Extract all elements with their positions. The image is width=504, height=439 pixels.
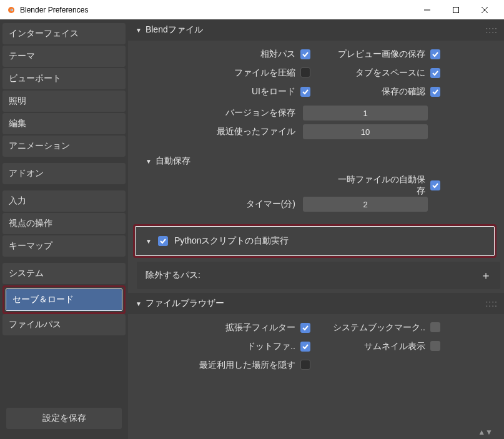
save-prompt-checkbox[interactable]: [430, 87, 440, 97]
nav-theme[interactable]: テーマ: [2, 46, 126, 67]
ext-filter-label: 拡張子フィルター: [138, 322, 300, 333]
compress-label: ファイルを圧縮: [138, 67, 300, 79]
drag-icon[interactable]: ::::: [485, 25, 498, 35]
autosave-header[interactable]: ▼ 自動保存: [146, 153, 494, 169]
versions-input[interactable]: 1: [303, 106, 428, 121]
autosave-title: 自動保存: [156, 155, 190, 167]
filebrowser-header[interactable]: ▼ ファイルブラウザー ::::: [128, 293, 504, 314]
tabs-spaces-label: タブをスペースに: [330, 67, 430, 79]
versions-label: バージョンを保存: [138, 107, 300, 119]
thumbnails-checkbox[interactable]: [430, 341, 440, 351]
thumbnails-label: サムネイル表示: [330, 341, 430, 352]
recent-label: 最近使ったファイル: [138, 126, 300, 137]
disclosure-icon: ▼: [146, 158, 152, 165]
nav-viewport[interactable]: ビューポート: [2, 68, 126, 89]
preview-checkbox[interactable]: [430, 49, 440, 59]
nav-addons[interactable]: アドオン: [2, 163, 126, 184]
filebrowser-title: ファイルブラウザー: [146, 298, 224, 309]
sidebar: インターフェイス テーマ ビューポート 照明 編集 アニメーション アドオン 入…: [0, 19, 128, 439]
exclude-paths-label: 除外するパス:: [146, 270, 200, 281]
timer-label: タイマー(分): [138, 199, 300, 210]
recent-input[interactable]: 10: [303, 124, 428, 139]
content-area: ▼ Blendファイル :::: 相対パス プレビュー画像の保存 ファイルを圧縮…: [128, 19, 504, 439]
nav-navigation[interactable]: 視点の操作: [2, 213, 126, 234]
python-autoexec-checkbox[interactable]: [158, 236, 168, 246]
nav-input[interactable]: 入力: [2, 190, 126, 212]
preview-label: プレビュー画像の保存: [330, 49, 430, 60]
maximize-button[interactable]: [442, 0, 470, 19]
load-ui-label: UIをロード: [138, 86, 300, 97]
disclosure-icon: ▼: [136, 27, 142, 34]
relative-paths-label: 相対パス: [138, 49, 300, 60]
svg-rect-4: [453, 7, 459, 12]
blend-file-header[interactable]: ▼ Blendファイル ::::: [128, 19, 504, 41]
nav-system[interactable]: システム: [2, 263, 126, 284]
bookmarks-checkbox[interactable]: [430, 322, 440, 332]
nav-filepaths[interactable]: ファイルパス: [2, 314, 126, 335]
bookmarks-label: システムブックマーク..: [330, 322, 430, 333]
close-button[interactable]: [470, 0, 499, 19]
disclosure-icon: ▼: [146, 238, 152, 245]
save-prompt-label: 保存の確認: [330, 86, 430, 97]
nav-editing[interactable]: 編集: [2, 113, 126, 134]
tabs-spaces-checkbox[interactable]: [430, 68, 440, 78]
hide-recent-label: 最近利用した場所を隠す: [138, 360, 300, 371]
disclosure-icon: ▼: [136, 300, 142, 307]
python-autoexec-label: Pythonスクリプトの自動実行: [174, 235, 289, 247]
svg-point-2: [11, 9, 12, 11]
nav-interface[interactable]: インターフェイス: [2, 23, 126, 44]
dotfiles-checkbox[interactable]: [300, 342, 310, 352]
nav-keymap[interactable]: キーマップ: [2, 235, 126, 257]
autosave-temp-label: 一時ファイルの自動保存: [330, 174, 430, 197]
titlebar: Blender Preferences: [0, 0, 504, 19]
window-title: Blender Preferences: [20, 6, 413, 14]
exclude-paths-row: 除外するパス: ＋: [137, 262, 500, 289]
hide-recent-checkbox[interactable]: [300, 360, 310, 370]
dotfiles-label: ドットファ..: [138, 341, 300, 352]
compress-checkbox[interactable]: [300, 67, 310, 77]
add-exclude-button[interactable]: ＋: [480, 268, 492, 283]
minimize-button[interactable]: [413, 0, 442, 19]
python-autoexec-header[interactable]: ▼ Pythonスクリプトの自動実行: [146, 235, 484, 247]
load-ui-checkbox[interactable]: [300, 87, 310, 97]
nav-animation[interactable]: アニメーション: [2, 136, 126, 157]
drag-icon[interactable]: ::::: [485, 298, 498, 308]
timer-input[interactable]: 2: [303, 197, 428, 212]
ext-filter-checkbox[interactable]: [300, 323, 310, 333]
blend-file-title: Blendファイル: [146, 24, 203, 36]
blender-icon: [5, 5, 15, 15]
relative-paths-checkbox[interactable]: [300, 49, 310, 59]
nav-save-load[interactable]: セーブ＆ロード: [6, 289, 122, 310]
save-preferences-button[interactable]: 設定を保存: [6, 408, 122, 429]
nav-lighting[interactable]: 照明: [2, 91, 126, 112]
scroll-indicator-icon[interactable]: ▲▼: [478, 428, 493, 437]
autosave-temp-checkbox[interactable]: [430, 180, 440, 190]
